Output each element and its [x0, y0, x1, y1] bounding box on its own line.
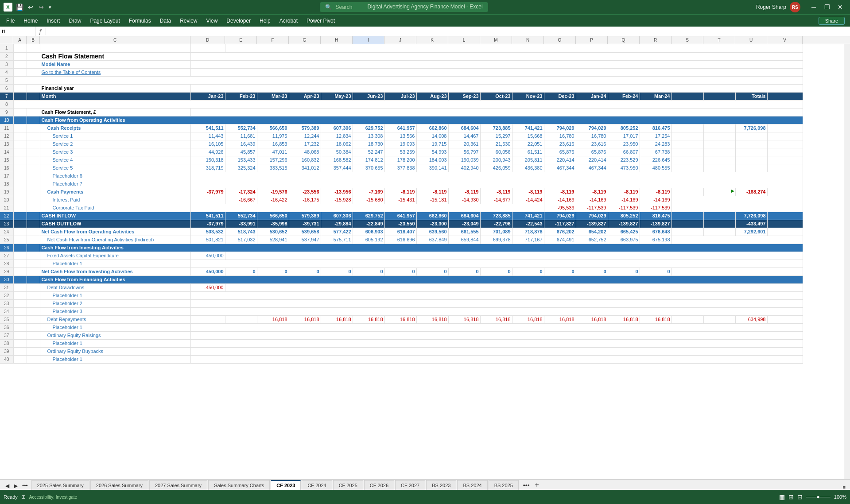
- cell-b3[interactable]: [27, 60, 40, 68]
- cell-i13[interactable]: 18,730: [353, 140, 384, 148]
- cell-i23[interactable]: -22,849: [353, 220, 384, 228]
- cell-n29[interactable]: 0: [512, 268, 544, 275]
- cell-u15[interactable]: [735, 156, 767, 164]
- cell-corp-tax-label[interactable]: Corporate Tax Paid: [40, 204, 190, 212]
- cell-b26[interactable]: [27, 244, 40, 252]
- cell-f24[interactable]: 530,652: [257, 228, 289, 236]
- cell-o14[interactable]: 65,876: [544, 148, 576, 156]
- cell-q19[interactable]: -8,119: [608, 188, 640, 196]
- dropdown-icon[interactable]: ▾: [48, 4, 52, 10]
- cell-l22[interactable]: 684,604: [448, 212, 480, 220]
- cell-v7[interactable]: [767, 92, 803, 100]
- cell-s21-v21[interactable]: [671, 204, 803, 212]
- cell-c10-operating[interactable]: Cash Flow from Operating Activities: [40, 116, 803, 124]
- cell-b31[interactable]: [27, 283, 40, 291]
- cell-v24[interactable]: [767, 228, 803, 236]
- cell-b6[interactable]: [27, 84, 40, 92]
- cell-j24[interactable]: 618,407: [384, 228, 416, 236]
- cell-a39[interactable]: [13, 347, 27, 355]
- col-header-e[interactable]: E: [225, 36, 257, 44]
- cell-f22[interactable]: 566,650: [257, 212, 289, 220]
- cell-a35[interactable]: [13, 315, 27, 323]
- col-header-h[interactable]: H: [321, 36, 353, 44]
- cell-a4[interactable]: [13, 68, 27, 76]
- cell-m12[interactable]: 15,297: [480, 132, 512, 140]
- cell-d4-v4[interactable]: [190, 68, 803, 76]
- cell-v23[interactable]: [767, 220, 803, 228]
- cell-l19[interactable]: -8,119: [448, 188, 480, 196]
- minimize-button[interactable]: ─: [807, 2, 820, 12]
- cell-p23[interactable]: -139,827: [576, 220, 608, 228]
- cell-i7-jun23[interactable]: Jun-23: [353, 92, 384, 100]
- cell-k15[interactable]: 184,003: [416, 156, 448, 164]
- tab-cf-2025[interactable]: CF 2025: [333, 480, 363, 490]
- cell-j19[interactable]: -8,119: [384, 188, 416, 196]
- cell-h14[interactable]: 50,384: [321, 148, 353, 156]
- cell-m24[interactable]: 701,089: [480, 228, 512, 236]
- cell-a13[interactable]: [13, 140, 27, 148]
- search-input[interactable]: [335, 4, 483, 10]
- cell-b11[interactable]: [27, 124, 40, 132]
- cell-d32-v32[interactable]: [190, 291, 803, 299]
- vertical-scrollbar[interactable]: [844, 44, 850, 479]
- cell-d36-v36[interactable]: [190, 323, 803, 331]
- cell-equity-buybacks-label[interactable]: Ordinary Equity Buybacks: [40, 347, 190, 355]
- cell-m11[interactable]: 723,885: [480, 124, 512, 132]
- cell-p35[interactable]: -16,818: [576, 315, 608, 323]
- cell-t22[interactable]: [703, 212, 735, 220]
- cell-u16[interactable]: [735, 164, 767, 172]
- cell-s35[interactable]: [671, 315, 703, 323]
- cell-d40-v40[interactable]: [190, 355, 803, 363]
- col-header-f[interactable]: F: [257, 36, 289, 44]
- cell-u19-total[interactable]: -168,274: [735, 188, 767, 196]
- cell-a34[interactable]: [13, 307, 27, 315]
- cell-o12[interactable]: 16,780: [544, 132, 576, 140]
- cell-u13[interactable]: [735, 140, 767, 148]
- cell-l24[interactable]: 661,555: [448, 228, 480, 236]
- cell-v35[interactable]: [767, 315, 803, 323]
- cell-placeholder-rep1-label[interactable]: Placeholder 1: [40, 323, 190, 331]
- cell-a14[interactable]: [13, 148, 27, 156]
- cell-p13[interactable]: 23,616: [576, 140, 608, 148]
- redo-icon[interactable]: ↪: [37, 4, 45, 11]
- cell-p22[interactable]: 794,029: [576, 212, 608, 220]
- cell-b17[interactable]: [27, 172, 40, 180]
- cell-b35[interactable]: [27, 315, 40, 323]
- cell-e12[interactable]: 11,681: [225, 132, 257, 140]
- col-header-i[interactable]: I: [353, 36, 384, 44]
- cell-r23[interactable]: -139,827: [640, 220, 671, 228]
- cell-a37[interactable]: [13, 331, 27, 339]
- cell-t13[interactable]: [703, 140, 735, 148]
- cell-d3-v3[interactable]: [190, 60, 803, 68]
- cell-n16[interactable]: 436,380: [512, 164, 544, 172]
- cell-e31-v31[interactable]: [225, 283, 803, 291]
- cell-k11[interactable]: 662,860: [416, 124, 448, 132]
- cell-a12[interactable]: [13, 132, 27, 140]
- cell-k22[interactable]: 662,860: [416, 212, 448, 220]
- cell-row8[interactable]: [13, 100, 803, 108]
- cell-cash-flow-stmt-label[interactable]: Cash Flow Statement, £: [40, 108, 190, 116]
- col-header-d[interactable]: D: [190, 36, 225, 44]
- cell-g35[interactable]: -16,818: [289, 315, 321, 323]
- tab-bs-2024[interactable]: BS 2024: [457, 480, 487, 490]
- cell-v13[interactable]: [767, 140, 803, 148]
- col-header-c[interactable]: C: [40, 36, 190, 44]
- cell-c23-label[interactable]: CASH OUTFLOW: [40, 220, 190, 228]
- zoom-slider[interactable]: ——●——: [806, 494, 831, 500]
- cell-q12[interactable]: 17,017: [608, 132, 640, 140]
- cell-t15[interactable]: [703, 156, 735, 164]
- tab-more-button[interactable]: •••: [520, 481, 532, 490]
- cell-d24[interactable]: 503,532: [190, 228, 225, 236]
- cell-service5-label[interactable]: Service 5: [40, 164, 190, 172]
- cell-l35[interactable]: -16,818: [448, 315, 480, 323]
- view-normal-icon[interactable]: ▦: [779, 493, 785, 500]
- cell-p25[interactable]: 652,752: [576, 236, 608, 244]
- cell-m29[interactable]: 0: [480, 268, 512, 275]
- cell-t23[interactable]: [703, 220, 735, 228]
- col-header-t[interactable]: T: [703, 36, 735, 44]
- cell-i24[interactable]: 606,903: [353, 228, 384, 236]
- cell-d6-v6[interactable]: [190, 84, 803, 92]
- cell-v14[interactable]: [767, 148, 803, 156]
- cell-l25[interactable]: 659,844: [448, 236, 480, 244]
- cell-u11-total[interactable]: 7,726,098: [735, 124, 767, 132]
